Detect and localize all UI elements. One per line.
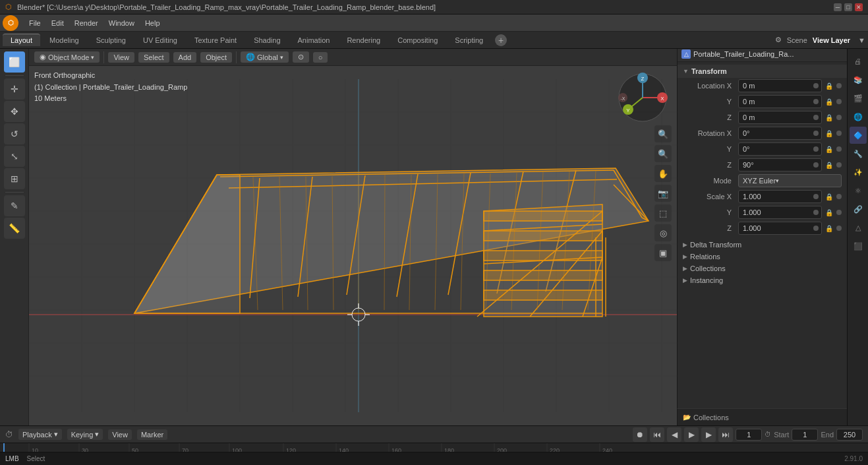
display-mode-btn[interactable]: ⬚ (654, 204, 672, 222)
zoom-in-btn[interactable]: 🔍 (654, 125, 672, 142)
object-menu-btn[interactable]: Object (200, 52, 232, 63)
navigation-gizmo[interactable]: X Z Y -X (616, 71, 669, 124)
current-frame-field[interactable]: 1 (736, 429, 762, 441)
end-frame-field[interactable]: 250 (836, 429, 863, 441)
tab-modeling[interactable]: Modeling (42, 34, 87, 46)
playback-btn[interactable]: Playback ▾ (18, 429, 62, 440)
record-btn[interactable]: ⏺ (633, 427, 647, 442)
select-tool-btn[interactable]: ⬜ (4, 51, 25, 73)
tab-rendering[interactable]: Rendering (339, 34, 388, 46)
move-tool-btn[interactable]: ✥ (4, 101, 25, 122)
tab-scripting[interactable]: Scripting (447, 34, 491, 46)
transform-orientation-btn[interactable]: 🌐 Global (241, 51, 289, 63)
workspace-filter-icon[interactable]: ▼ (858, 36, 865, 44)
scale-x-lock[interactable]: 🔒 (825, 193, 834, 201)
location-x-field[interactable]: 0 m (738, 79, 822, 92)
menu-render[interactable]: Render (69, 18, 103, 28)
maximize-btn[interactable]: □ (844, 3, 852, 11)
transform-tool-btn[interactable]: ⊞ (4, 168, 25, 189)
tab-uv-editing[interactable]: UV Editing (135, 34, 185, 46)
constraints-props-icon[interactable]: 🔗 (850, 201, 867, 218)
tab-compositing[interactable]: Compositing (390, 34, 446, 46)
proportional-edit-btn[interactable]: ○ (313, 52, 328, 63)
view-menu-btn[interactable]: View (108, 52, 134, 63)
rotate-tool-btn[interactable]: ↺ (4, 123, 25, 144)
add-menu-btn[interactable]: Add (173, 52, 197, 63)
menu-window[interactable]: Window (103, 18, 140, 28)
close-btn[interactable]: ✕ (855, 3, 863, 11)
mode-dropdown-btn[interactable]: ◉ Object Mode (34, 51, 100, 63)
object-props-icon[interactable]: 🔷 (850, 127, 867, 144)
select-menu-btn[interactable]: Select (138, 52, 169, 63)
menu-file[interactable]: File (24, 18, 46, 28)
minimize-btn[interactable]: ─ (834, 3, 842, 11)
tab-sculpting[interactable]: Sculpting (88, 34, 134, 46)
window-controls[interactable]: ─ □ ✕ (834, 3, 863, 11)
scale-tool-btn[interactable]: ⤡ (4, 146, 25, 167)
transform-section-header[interactable]: ▼ Transform (678, 65, 847, 78)
xray-btn[interactable]: ▣ (654, 244, 672, 261)
overlay-btn[interactable]: ◎ (654, 224, 672, 241)
particles-props-icon[interactable]: ✨ (850, 164, 867, 181)
play-btn[interactable]: ▶ (684, 427, 699, 442)
snap-btn[interactable]: ⊙ (293, 51, 309, 63)
scale-z-field[interactable]: 1.000 (738, 222, 822, 235)
measure-tool-btn[interactable]: 📏 (4, 218, 25, 239)
relations-header[interactable]: ▶ Relations (678, 251, 847, 263)
tab-animation[interactable]: Animation (290, 34, 338, 46)
world-props-icon[interactable]: 🌐 (850, 108, 867, 125)
workspace-view-layer-label: View Layer (813, 36, 850, 44)
marker-btn[interactable]: Marker (137, 429, 167, 440)
location-y-field[interactable]: 0 m (738, 95, 822, 108)
instancing-header[interactable]: ▶ Instancing (678, 274, 847, 286)
scale-x-field[interactable]: 1.000 (738, 190, 822, 203)
scale-z-lock[interactable]: 🔒 (825, 225, 834, 232)
zoom-out-btn[interactable]: 🔍 (654, 145, 672, 162)
rotation-y-lock[interactable]: 🔒 (825, 146, 834, 153)
output-props-icon[interactable]: 🖨 (850, 53, 867, 70)
prev-frame-btn[interactable]: ◀ (667, 427, 681, 442)
location-y-lock[interactable]: 🔒 (825, 98, 834, 106)
tab-shading[interactable]: Shading (246, 34, 288, 46)
pan-btn[interactable]: ✋ (654, 165, 672, 182)
scale-x-keyframe (836, 194, 842, 199)
rotation-y-field[interactable]: 0° (738, 142, 822, 156)
menu-edit[interactable]: Edit (46, 18, 69, 28)
scale-z-row: Z 1.000 🔒 (678, 220, 847, 236)
material-props-icon[interactable]: ⬛ (850, 237, 867, 255)
scene-props-icon[interactable]: 🎬 (850, 90, 867, 107)
next-keyframe-btn[interactable]: ⏭ (718, 427, 733, 442)
main-viewport[interactable]: Front Orthographic (1) Collection | Port… (29, 66, 677, 425)
location-z-lock[interactable]: 🔒 (825, 114, 834, 121)
rotation-z-field[interactable]: 90° (738, 158, 822, 171)
rotation-x-field[interactable]: 0° (738, 127, 822, 140)
rotation-x-value: 0° (743, 129, 750, 137)
view-layer-props-icon[interactable]: 📚 (850, 71, 867, 88)
annotate-tool-btn[interactable]: ✎ (4, 195, 25, 216)
keying-btn[interactable]: Keying ▾ (67, 429, 103, 440)
rotation-mode-dropdown[interactable]: XYZ Euler (738, 174, 842, 187)
collections-header[interactable]: ▶ Collections (678, 263, 847, 274)
delta-transform-header[interactable]: ▶ Delta Transform (678, 239, 847, 251)
rotation-z-lock[interactable]: 🔒 (825, 162, 834, 169)
prev-keyframe-btn[interactable]: ⏮ (650, 427, 664, 442)
add-workspace-btn[interactable]: + (495, 34, 507, 46)
location-x-lock[interactable]: 🔒 (825, 82, 834, 90)
data-props-icon[interactable]: △ (850, 219, 867, 236)
physics-props-icon[interactable]: ⚛ (850, 182, 867, 199)
location-z-field[interactable]: 0 m (738, 111, 822, 124)
menu-help[interactable]: Help (140, 18, 165, 28)
workspace-gear-icon[interactable]: ⚙ (775, 36, 782, 44)
scale-y-lock[interactable]: 🔒 (825, 209, 834, 216)
cursor-tool-btn[interactable]: ✛ (4, 78, 25, 100)
start-frame-field[interactable]: 1 (792, 429, 818, 441)
view-btn[interactable]: View (108, 429, 132, 440)
next-frame-btn[interactable]: ▶ (701, 427, 716, 442)
camera-btn[interactable]: 📷 (654, 185, 672, 202)
tab-layout[interactable]: Layout (3, 34, 40, 46)
tab-texture-paint[interactable]: Texture Paint (187, 34, 245, 46)
scale-y-field[interactable]: 1.000 (738, 206, 822, 219)
modifier-props-icon[interactable]: 🔧 (850, 145, 867, 162)
rotation-x-lock[interactable]: 🔒 (825, 130, 834, 137)
location-y-keyframe (836, 99, 842, 104)
